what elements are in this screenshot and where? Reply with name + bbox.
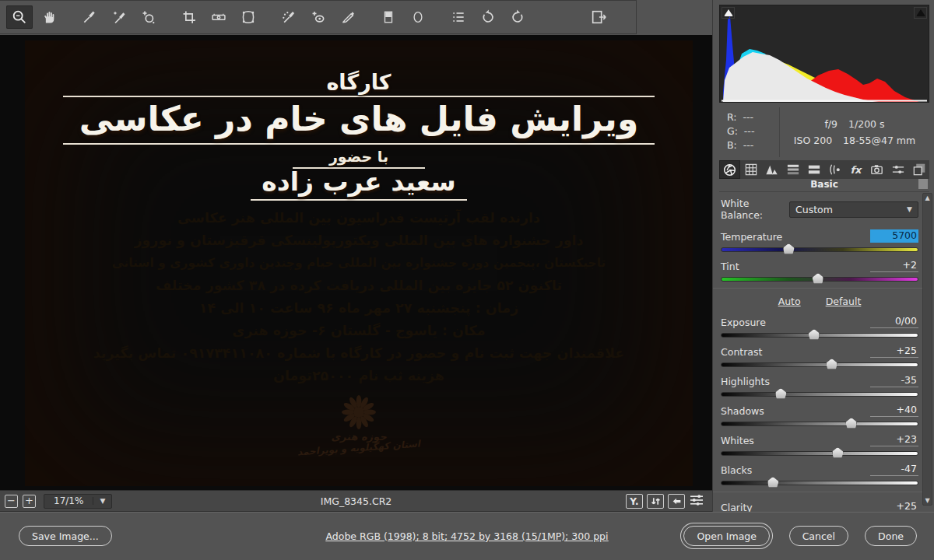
radial-filter-tool-icon[interactable]: [405, 5, 431, 29]
tint-value[interactable]: +2: [870, 259, 918, 272]
poster-header: کارگاه: [25, 70, 693, 94]
shadow-clipping-warning[interactable]: [722, 7, 735, 19]
spot-removal-tool-icon[interactable]: [276, 5, 302, 29]
graduated-filter-tool-icon[interactable]: [375, 5, 402, 29]
red-eye-tool-icon[interactable]: [305, 5, 332, 29]
zoom-out-button[interactable]: −: [5, 495, 18, 508]
poster-line: دارنده لقب آرتیست فدراسیون بین المللی هن…: [25, 207, 693, 229]
rgb-r-value: ---: [743, 111, 753, 123]
rotate-left-tool-icon[interactable]: [475, 5, 501, 29]
shadows-value[interactable]: +40: [870, 404, 918, 417]
tab-hsl-grayscale[interactable]: [782, 160, 803, 179]
slider-thumb[interactable]: [845, 418, 857, 429]
poster-line: داور جشنواره های بین المللی ویکتورپولینس…: [25, 229, 693, 252]
shadows-slider[interactable]: [721, 422, 918, 426]
hand-tool-icon[interactable]: [36, 5, 62, 29]
blacks-label: Blacks: [721, 464, 752, 476]
tab-snapshots[interactable]: [908, 160, 929, 179]
blacks-slider[interactable]: [721, 481, 918, 485]
copy-settings-button[interactable]: [668, 494, 685, 509]
tab-basic[interactable]: [719, 160, 740, 179]
slider-thumb[interactable]: [812, 273, 823, 284]
tab-split-toning[interactable]: [803, 160, 824, 179]
default-link[interactable]: Default: [826, 296, 862, 307]
iso-value: ISO 200: [788, 135, 837, 146]
lens-value: 18-55@47 mm: [837, 135, 921, 146]
poster-image[interactable]: کارگاه ویرایش فایل های خام در عکاسی با ح…: [25, 40, 693, 486]
before-after-view-button[interactable]: Y.: [626, 494, 643, 509]
highlights-slider[interactable]: [721, 392, 918, 397]
panel-scrollbar[interactable]: ▲ ▼: [922, 193, 932, 506]
shutter-value: 1/200 s: [843, 118, 890, 130]
scroll-up-icon[interactable]: ▲: [923, 194, 932, 201]
contrast-slider[interactable]: [721, 362, 918, 367]
panel-menu-icon[interactable]: [918, 179, 928, 187]
whites-value[interactable]: +23: [870, 433, 918, 446]
transform-tool-icon[interactable]: [235, 5, 262, 29]
workflow-options-link[interactable]: Adobe RGB (1998); 8 bit; 4752 by 3168 (1…: [326, 530, 609, 542]
dialog-footer: Save Image... Adobe RGB (1998); 8 bit; 4…: [0, 512, 934, 560]
chevron-down-icon: ▼: [907, 205, 912, 213]
zoom-in-button[interactable]: +: [23, 495, 36, 508]
auto-link[interactable]: Auto: [778, 296, 801, 307]
whites-slider[interactable]: [721, 451, 918, 456]
adjustment-brush-tool-icon[interactable]: [335, 5, 361, 29]
zoom-level-select[interactable]: 17/1% ▼: [44, 494, 112, 509]
rotate-right-tool-icon[interactable]: [504, 5, 531, 29]
white-balance-value: Custom: [795, 204, 833, 215]
crop-tool-icon[interactable]: [176, 5, 202, 29]
rgb-b-value: ---: [743, 139, 754, 151]
exposure-slider[interactable]: [721, 333, 918, 338]
image-info: R: --- G: --- B: --- f/91/200 s ISO 2001…: [719, 107, 929, 157]
poster-line: تاجیکستان ،پنجمین دوره جشنواره بین الملل…: [25, 252, 693, 275]
swap-before-after-button[interactable]: [647, 494, 664, 509]
contrast-value[interactable]: +25: [870, 345, 918, 358]
preferences-tool-icon[interactable]: [445, 5, 472, 29]
tint-label: Tint: [721, 261, 739, 272]
tab-camera-calibration[interactable]: [866, 160, 887, 179]
tab-effects[interactable]: fx: [845, 160, 866, 179]
toolbar: [0, 0, 637, 34]
preview-preferences-icon[interactable]: [689, 494, 704, 509]
exposure-value[interactable]: 0/00: [870, 315, 918, 328]
poster-line: هزینه ثب نام ۲۵۰۰۰تومان: [25, 365, 693, 387]
contrast-label: Contrast: [721, 346, 762, 358]
slider-thumb[interactable]: [783, 243, 795, 254]
slider-thumb[interactable]: [808, 329, 820, 340]
slider-thumb[interactable]: [775, 388, 787, 399]
white-balance-tool-icon[interactable]: [76, 5, 103, 29]
color-sampler-tool-icon[interactable]: [106, 5, 132, 29]
poster-line: زمان : پنجشنبه ۲۷ مهر ماه ۹۶ ساعت ۱۰ الی…: [25, 297, 693, 320]
arts-center-logo: حوزه هنری استان کهگیلویه و بویراحمد: [25, 395, 693, 453]
save-image-button[interactable]: Save Image...: [19, 526, 112, 546]
straighten-tool-icon[interactable]: [205, 5, 232, 29]
toggle-fullscreen-icon[interactable]: [585, 5, 612, 29]
adjustments-panel: R: --- G: --- B: --- f/91/200 s ISO 2001…: [712, 0, 934, 512]
white-balance-select[interactable]: Custom ▼: [789, 201, 918, 218]
open-image-button[interactable]: Open Image: [683, 526, 770, 546]
cancel-button[interactable]: Cancel: [789, 526, 848, 546]
tab-tone-curve[interactable]: [740, 160, 761, 179]
exposure-label: Exposure: [721, 317, 766, 328]
poster-line: مکان : یاسوج - گلستان ۶- حوزه هنری: [25, 320, 693, 342]
scroll-down-icon[interactable]: ▼: [923, 497, 932, 504]
targeted-adjustment-tool-icon[interactable]: [135, 5, 162, 29]
temperature-slider[interactable]: [721, 247, 918, 252]
slider-thumb[interactable]: [767, 477, 779, 488]
tint-slider[interactable]: [721, 277, 918, 282]
temperature-value[interactable]: 5700: [870, 229, 918, 243]
zoom-tool-icon[interactable]: [6, 5, 33, 29]
blacks-value[interactable]: -47: [870, 463, 918, 476]
poster-speaker-name: سعید عرب زاده: [251, 169, 467, 201]
image-preview-area[interactable]: کارگاه ویرایش فایل های خام در عکاسی با ح…: [0, 35, 712, 490]
tab-presets[interactable]: [887, 160, 908, 179]
done-button[interactable]: Done: [865, 526, 917, 546]
tab-lens-corrections[interactable]: [824, 160, 845, 179]
slider-thumb[interactable]: [832, 447, 844, 458]
histogram[interactable]: [719, 5, 929, 103]
slider-thumb[interactable]: [826, 359, 837, 369]
highlight-clipping-warning[interactable]: [914, 7, 927, 19]
shadows-label: Shadows: [721, 405, 764, 417]
highlights-value[interactable]: -35: [870, 374, 918, 387]
tab-detail[interactable]: [761, 160, 782, 179]
